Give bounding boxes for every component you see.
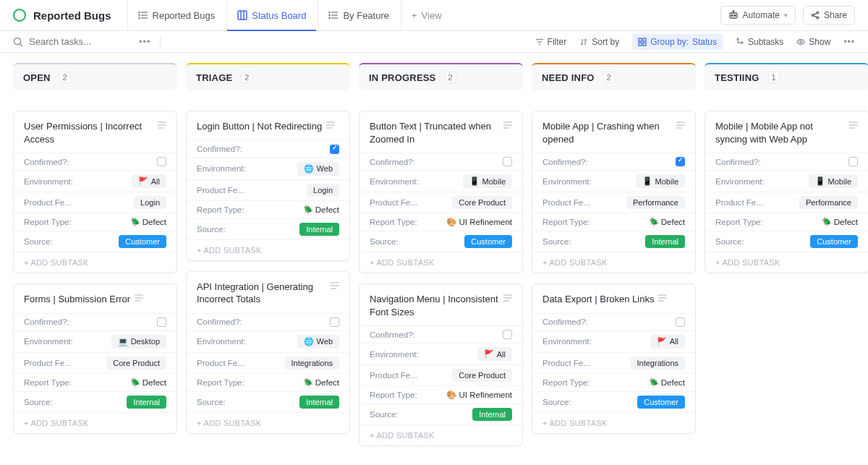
confirmed-checkbox[interactable]	[157, 317, 166, 327]
field-confirmed: Confirmed?:	[359, 325, 522, 343]
task-card[interactable]: API Integration | Generating Incorrect T…	[186, 271, 350, 434]
field-label: Product Fe...	[542, 198, 590, 207]
source-tag[interactable]: Customer	[637, 396, 685, 409]
source-tag[interactable]: Internal	[645, 235, 685, 248]
task-card[interactable]: User Permissions | Incorrect Access Conf…	[13, 111, 177, 273]
report-type-value[interactable]: 🪲 Defect	[822, 217, 858, 227]
environment-tag[interactable]: 📱Mobile	[463, 174, 512, 188]
tab-reported-bugs[interactable]: Reported Bugs	[127, 0, 226, 30]
product-feature-tag[interactable]: Core Product	[106, 357, 166, 370]
add-subtask-button[interactable]: + ADD SUBTASK	[187, 412, 349, 433]
add-subtask-button[interactable]: + ADD SUBTASK	[14, 252, 176, 273]
product-feature-tag[interactable]: Login	[307, 184, 339, 197]
report-type-value[interactable]: 🎨 UI Refinement	[446, 390, 512, 400]
add-subtask-button[interactable]: + ADD SUBTASK	[532, 252, 695, 273]
task-card[interactable]: Button Text | Truncated when Zoomed In C…	[359, 111, 523, 273]
card-title: Navigation Menu | Inconsistent Font Size…	[359, 284, 522, 325]
product-feature-tag[interactable]: Login	[134, 196, 166, 209]
field-confirmed: Confirmed?:	[187, 313, 349, 330]
source-tag[interactable]: Customer	[810, 235, 858, 248]
add-subtask-button[interactable]: + ADD SUBTASK	[359, 252, 522, 273]
svg-rect-30	[639, 38, 642, 41]
confirmed-checkbox[interactable]	[330, 317, 339, 327]
task-card[interactable]: Navigation Menu | Inconsistent Font Size…	[359, 283, 523, 446]
report-type-value[interactable]: 🪲 Defect	[649, 377, 685, 388]
column-header[interactable]: OPEN2	[13, 63, 177, 90]
environment-tag[interactable]: 🚩All	[650, 335, 685, 349]
show-button[interactable]: Show	[796, 37, 830, 47]
task-card[interactable]: Data Export | Broken Links Confirmed?:En…	[532, 283, 696, 434]
source-tag[interactable]: Customer	[464, 235, 512, 248]
add-subtask-button[interactable]: + ADD SUBTASK	[187, 239, 349, 260]
environment-tag[interactable]: 🚩All	[132, 174, 166, 188]
environment-tag[interactable]: 🌐Web	[297, 335, 339, 349]
report-type-value[interactable]: 🎨 UI Refinement	[446, 217, 512, 227]
tab-status-board[interactable]: Status Board	[226, 0, 316, 30]
report-type-value[interactable]: 🪲 Defect	[303, 377, 339, 388]
column-header[interactable]: NEED INFO2	[532, 63, 696, 90]
field-label: Confirmed?:	[197, 145, 242, 153]
toolbar-more-button[interactable]: •••	[843, 37, 855, 47]
search-more-button[interactable]: •••	[139, 36, 151, 47]
report-type-value[interactable]: 🪲 Defect	[130, 217, 166, 227]
confirmed-checkbox[interactable]	[848, 157, 858, 166]
confirmed-checkbox[interactable]	[330, 145, 339, 154]
robot-icon	[728, 10, 739, 20]
report-type-value[interactable]: 🪲 Defect	[303, 205, 339, 215]
subtasks-button[interactable]: Subtasks	[736, 37, 783, 47]
env-emoji: 🚩	[484, 349, 494, 359]
environment-tag[interactable]: 🌐Web	[297, 162, 339, 176]
filter-button[interactable]: Filter	[535, 37, 567, 47]
report-type-value[interactable]: 🪲 Defect	[649, 217, 685, 227]
product-feature-tag[interactable]: Performance	[626, 196, 685, 209]
tab-by-feature[interactable]: By Feature	[318, 0, 399, 30]
source-tag[interactable]: Internal	[299, 396, 339, 409]
environment-tag[interactable]: 💻Desktop	[111, 335, 166, 349]
field-label: Report Type:	[197, 378, 244, 387]
confirmed-checkbox[interactable]	[503, 157, 512, 166]
column-header[interactable]: TRIAGE2	[186, 63, 350, 90]
source-tag[interactable]: Internal	[127, 396, 166, 409]
product-feature-tag[interactable]: Integrations	[631, 357, 685, 370]
task-card[interactable]: Forms | Submission Error Confirmed?:Envi…	[13, 283, 177, 434]
add-view-button[interactable]: + View	[401, 0, 452, 30]
source-tag[interactable]: Customer	[119, 235, 166, 248]
group-by-button[interactable]: Group by: Status	[632, 34, 723, 50]
product-feature-tag[interactable]: Core Product	[452, 196, 512, 209]
confirmed-checkbox[interactable]	[157, 157, 166, 166]
share-button[interactable]: Share	[803, 6, 855, 25]
svg-rect-32	[639, 43, 642, 46]
environment-tag[interactable]: 🚩All	[477, 347, 512, 361]
confirmed-checkbox[interactable]	[503, 330, 512, 339]
task-card[interactable]: Mobile App | Crashing when opened Confir…	[532, 111, 696, 273]
confirmed-checkbox[interactable]	[676, 317, 685, 327]
environment-tag[interactable]: 📱Mobile	[809, 174, 858, 188]
svg-point-13	[329, 14, 330, 15]
column-header[interactable]: TESTIING1	[705, 63, 868, 90]
field-label: Product Fe...	[24, 198, 72, 207]
product-feature-tag[interactable]: Core Product	[452, 369, 512, 382]
automate-button[interactable]: Automate ▾	[720, 6, 796, 25]
source-tag[interactable]: Internal	[299, 223, 339, 236]
field-label: Confirmed?:	[197, 317, 242, 326]
add-subtask-button[interactable]: + ADD SUBTASK	[359, 425, 522, 445]
add-subtask-button[interactable]: + ADD SUBTASK	[532, 412, 695, 433]
card-title-text: Data Export | Broken Links	[542, 293, 654, 306]
add-subtask-button[interactable]: + ADD SUBTASK	[705, 252, 868, 273]
product-feature-tag[interactable]: Performance	[799, 196, 858, 209]
product-feature-tag[interactable]: Integrations	[285, 357, 339, 370]
env-emoji: 🚩	[138, 176, 148, 186]
description-icon	[326, 121, 335, 129]
add-subtask-button[interactable]: + ADD SUBTASK	[14, 412, 176, 433]
confirmed-checkbox[interactable]	[676, 157, 685, 166]
field-label: Product Fe...	[542, 359, 590, 367]
environment-tag[interactable]: 📱Mobile	[636, 174, 685, 188]
task-card[interactable]: Login Button | Not Redirecting Confirmed…	[186, 111, 350, 261]
sort-button[interactable]: Sort by	[579, 37, 619, 47]
task-card[interactable]: Mobile | Mobile App not syncing with Web…	[705, 111, 868, 273]
search-input[interactable]	[29, 36, 130, 47]
report-type-value[interactable]: 🪲 Defect	[130, 377, 166, 388]
source-tag[interactable]: Internal	[472, 408, 512, 421]
svg-rect-33	[643, 43, 646, 46]
column-header[interactable]: IN PROGRESS2	[359, 63, 523, 90]
